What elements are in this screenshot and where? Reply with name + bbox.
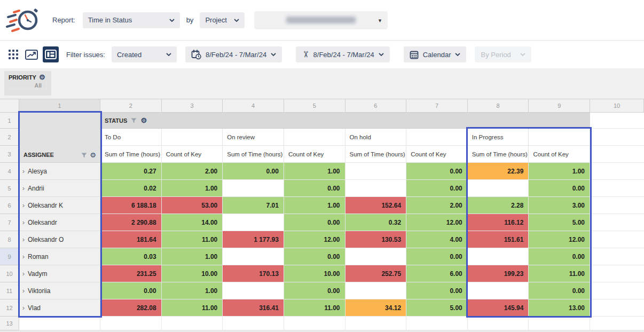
value-cell[interactable]: 6.00	[406, 265, 468, 282]
empty-cell[interactable]	[345, 317, 407, 330]
value-cell[interactable]: 252.75	[345, 265, 407, 282]
report-type-select[interactable]: Time in Status	[83, 12, 180, 28]
column-header-10[interactable]: 10	[590, 99, 644, 113]
value-cell[interactable]: 1.00	[284, 163, 345, 180]
pivot-view-button-selected[interactable]	[43, 46, 59, 62]
value-cell[interactable]: 0.00	[284, 248, 345, 265]
value-cell[interactable]: 0.03	[100, 248, 162, 265]
expand-chevron-icon[interactable]: ›	[22, 168, 25, 175]
value-cell[interactable]: 1.00	[529, 163, 590, 180]
assignee-cell[interactable]: › Vadym	[19, 265, 100, 282]
value-cell[interactable]: 199.23	[468, 265, 529, 282]
value-cell[interactable]	[468, 248, 529, 265]
column-header-8[interactable]: 8	[468, 99, 529, 113]
empty-cell[interactable]	[162, 317, 223, 330]
empty-cell[interactable]	[223, 317, 284, 330]
value-cell[interactable]: 181.64	[100, 231, 162, 248]
value-cell[interactable]: 12.00	[406, 214, 468, 231]
value-cell[interactable]: 0.00	[284, 282, 345, 299]
expand-chevron-icon[interactable]: ›	[22, 253, 25, 260]
empty-cell[interactable]	[590, 129, 644, 146]
value-cell[interactable]: 11.00	[162, 231, 223, 248]
row-header-7[interactable]: 7	[0, 214, 19, 231]
empty-cell[interactable]	[590, 197, 644, 214]
measure-header-cell[interactable]: Sum of Time (hours)	[468, 146, 529, 163]
assignee-cell[interactable]: › Vlad	[19, 299, 100, 317]
created-date-range-button[interactable]: 8/Feb/24 - 7/Mar/24	[185, 46, 282, 62]
column-header-4[interactable]: 4	[223, 99, 284, 113]
group-by-select[interactable]: Project	[200, 12, 245, 28]
status-name-cell[interactable]: In Progress	[468, 129, 529, 146]
value-cell[interactable]: 2 290.88	[100, 214, 162, 231]
value-cell[interactable]: 0.02	[100, 180, 162, 197]
expand-chevron-icon[interactable]: ›	[22, 185, 25, 192]
value-cell[interactable]: 11.00	[162, 299, 223, 317]
value-cell[interactable]: 0.27	[100, 163, 162, 180]
empty-cell[interactable]	[590, 180, 644, 197]
trim-date-range-button[interactable]: ✂ 8/Feb/24 - 7/Mar/24	[296, 46, 390, 62]
measure-header-cell[interactable]: Sum of Time (hours)	[345, 146, 407, 163]
assignee-cell[interactable]: › Roman	[19, 248, 100, 265]
value-cell[interactable]: 14.00	[162, 214, 223, 231]
value-cell[interactable]: 10.00	[284, 265, 345, 282]
value-cell[interactable]: 0.00	[529, 282, 590, 299]
row-header-9[interactable]: 9	[0, 248, 19, 265]
status-name-cell[interactable]	[529, 129, 590, 146]
chart-view-button[interactable]	[25, 48, 38, 61]
empty-cell[interactable]	[590, 163, 644, 180]
value-cell[interactable]: 22.39	[468, 163, 529, 180]
gear-icon[interactable]: ⚙	[140, 117, 147, 124]
row-header-5[interactable]: 5	[0, 180, 19, 197]
status-name-cell[interactable]	[406, 129, 468, 146]
value-cell[interactable]: 11.00	[529, 265, 590, 282]
status-name-cell[interactable]	[162, 129, 223, 146]
measure-header-cell[interactable]: Count of Key	[406, 146, 468, 163]
empty-cell[interactable]	[100, 317, 162, 330]
status-name-cell[interactable]	[284, 129, 345, 146]
expand-chevron-icon[interactable]: ›	[22, 304, 25, 312]
value-cell[interactable]	[223, 282, 284, 299]
value-cell[interactable]: 1.00	[162, 282, 223, 299]
expand-chevron-icon[interactable]: ›	[22, 219, 25, 226]
column-header-7[interactable]: 7	[406, 99, 468, 113]
column-header-2[interactable]: 2	[100, 99, 162, 113]
row-header-13[interactable]: 13	[0, 317, 19, 330]
row-header-11[interactable]: 11	[0, 282, 19, 299]
empty-cell[interactable]	[468, 317, 529, 330]
row-header-10[interactable]: 10	[0, 265, 19, 282]
measure-header-cell[interactable]: Count of Key	[284, 146, 345, 163]
value-cell[interactable]: 231.25	[100, 265, 162, 282]
value-cell[interactable]: 145.94	[468, 299, 529, 317]
column-header-6[interactable]: 6	[345, 99, 407, 113]
value-cell[interactable]: 1.00	[284, 197, 345, 214]
value-cell[interactable]: 2.00	[406, 197, 468, 214]
value-cell[interactable]: 12.00	[529, 231, 590, 248]
value-cell[interactable]: 0.00	[284, 214, 345, 231]
value-cell[interactable]: 6 188.18	[100, 197, 162, 214]
assignee-header-block[interactable]: ASSIGNEE ⚙	[19, 113, 100, 163]
column-header-3[interactable]: 3	[162, 99, 223, 113]
value-cell[interactable]	[468, 180, 529, 197]
row-header-2[interactable]: 2	[0, 129, 19, 146]
empty-cell[interactable]	[590, 317, 644, 330]
value-cell[interactable]: 4.00	[406, 231, 468, 248]
expand-chevron-icon[interactable]: ›	[22, 270, 25, 278]
value-cell[interactable]	[468, 282, 529, 299]
value-cell[interactable]: 12.00	[284, 231, 345, 248]
value-cell[interactable]: 5.00	[529, 214, 590, 231]
empty-cell[interactable]	[590, 282, 644, 299]
empty-cell[interactable]	[590, 248, 644, 265]
value-cell[interactable]: 0.32	[345, 214, 407, 231]
assignee-cell[interactable]: › Alesya	[19, 163, 100, 180]
priority-filter-chip[interactable]: PRIORITY ⚙ All	[4, 71, 51, 96]
value-cell[interactable]	[345, 248, 407, 265]
value-cell[interactable]: 53.00	[162, 197, 223, 214]
value-cell[interactable]	[345, 180, 407, 197]
row-header-1[interactable]: 1	[0, 113, 19, 129]
row-header-6[interactable]: 6	[0, 197, 19, 214]
value-cell[interactable]: 152.64	[345, 197, 407, 214]
value-cell[interactable]: 2.00	[162, 163, 223, 180]
empty-cell[interactable]	[529, 317, 590, 330]
value-cell[interactable]: 2.28	[468, 197, 529, 214]
empty-cell[interactable]	[406, 317, 468, 330]
